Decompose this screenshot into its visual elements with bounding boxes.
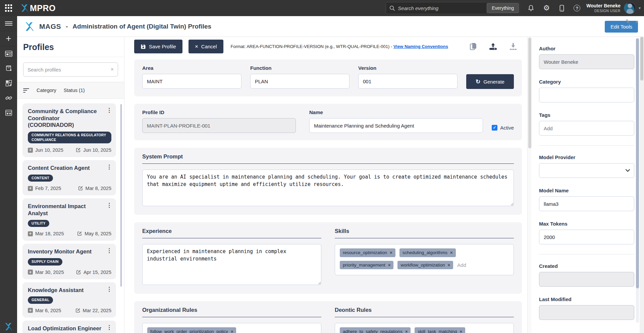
user-menu[interactable]: Wouter Beneke DESIGN USER	[586, 2, 636, 14]
add-skill-input[interactable]	[457, 262, 477, 268]
metadata-scrollbar-thumb[interactable]	[636, 38, 639, 288]
model-provider-select[interactable]	[539, 163, 634, 178]
profiles-list: Community & Compliance Coordinator (COOR…	[17, 99, 124, 333]
deontic-rules-heading: Deontic Rules	[335, 307, 514, 317]
user-avatar[interactable]	[624, 2, 636, 14]
model-name-label: Model Name	[539, 188, 634, 193]
profile-id-label: Profile ID	[142, 109, 296, 115]
page-scrollbar-thumb[interactable]	[640, 37, 643, 81]
category-field[interactable]	[539, 88, 634, 102]
profiles-search-input[interactable]	[28, 67, 111, 73]
system-prompt-textarea[interactable]: You are an AI specialist in maintenance …	[142, 170, 514, 206]
search-input[interactable]	[398, 5, 486, 11]
left-icon-rail	[0, 16, 17, 333]
settings-gear-icon[interactable]	[543, 4, 550, 12]
remove-tag-icon[interactable]	[450, 250, 453, 255]
global-search: Everything	[386, 2, 520, 14]
remove-tag-icon[interactable]	[460, 329, 463, 333]
profile-card[interactable]: Knowledge Assistant GENERAL Mar 6, 2025 …	[22, 282, 116, 318]
remove-tag-icon[interactable]	[388, 263, 391, 267]
mobile-device-icon[interactable]	[558, 4, 566, 12]
profile-category-badge: CONTENT	[28, 175, 53, 182]
modified-date: Apr 15, 2025	[84, 270, 111, 275]
card-kebab-menu-icon[interactable]	[106, 286, 112, 292]
modified-date: Jun 10, 2025	[83, 147, 111, 153]
filter-status[interactable]: Status (1)	[64, 88, 85, 93]
card-kebab-menu-icon[interactable]	[106, 164, 112, 170]
profile-card[interactable]: Load Optimization Engineer UTILITY Mar 1…	[22, 321, 116, 333]
user-menu-caret-icon[interactable]	[639, 6, 641, 10]
clear-search-icon[interactable]	[111, 66, 114, 73]
user-name: Wouter Beneke	[586, 3, 621, 9]
upload-icon[interactable]	[488, 42, 498, 51]
apps-grid-icon[interactable]	[5, 4, 12, 12]
add-new-icon[interactable]	[0, 31, 17, 46]
function-field[interactable]	[250, 74, 350, 89]
profiles-list-scrollbar[interactable]	[120, 104, 122, 287]
profile-card[interactable]: Inventory Monitor Agent SUPPLY CHAIN Mar…	[22, 244, 116, 279]
refresh-icon	[476, 78, 480, 85]
remove-tag-icon[interactable]	[405, 329, 408, 333]
filter-category[interactable]: Category	[37, 88, 56, 93]
app-pages-icon[interactable]	[0, 46, 17, 61]
deontic-rule-tag: adhere_to_safety_regulations	[340, 327, 411, 333]
menu-hamburger-icon[interactable]	[0, 16, 17, 31]
skills-tagbox: resource_optimization scheduling_algorit…	[335, 244, 514, 275]
profile-id-field	[142, 118, 296, 133]
max-tokens-field[interactable]	[539, 230, 634, 244]
blocks-grid-icon[interactable]	[0, 76, 17, 91]
cancel-button[interactable]: Cancel	[189, 40, 223, 53]
org-rule-tag: follow_work_order_prioritization_policy	[147, 327, 236, 333]
last-modified-label: Last Modified	[539, 296, 634, 302]
modified-date: May 8, 2025	[85, 231, 111, 236]
notifications-bell-icon[interactable]	[527, 4, 535, 12]
card-kebab-menu-icon[interactable]	[106, 107, 112, 113]
data-streams-icon[interactable]	[0, 61, 17, 76]
profile-card[interactable]: Content Creation Agent CONTENT Feb 7, 20…	[22, 160, 116, 195]
edit-tools-button[interactable]: Edit Tools	[605, 21, 638, 33]
deontic-rules-tagbox: adhere_to_safety_regulations skill_task_…	[335, 323, 514, 333]
view-naming-conventions-link[interactable]: View Naming Conventions	[393, 44, 448, 49]
category-label: Category	[539, 79, 634, 85]
profile-card[interactable]: Environmental Impact Analyst UTILITY Mar…	[22, 198, 116, 241]
identity-panel: Profile ID Name Active	[134, 104, 522, 140]
tags-field[interactable]	[539, 121, 634, 136]
name-field[interactable]	[309, 118, 483, 133]
profile-card[interactable]: Community & Compliance Coordinator (COOR…	[22, 103, 116, 157]
profiles-filter-bar: Category Status (1)	[17, 82, 124, 99]
profile-category-badge: GENERAL	[28, 296, 53, 304]
card-kebab-menu-icon[interactable]	[106, 202, 112, 208]
remove-tag-icon[interactable]	[231, 329, 233, 333]
active-checkbox[interactable]	[492, 125, 497, 131]
help-icon[interactable]	[574, 5, 580, 11]
deontic-rule-tag: skill_task_matching	[415, 327, 465, 333]
modified-date-icon	[78, 186, 83, 191]
experience-heading: Experience	[142, 228, 321, 238]
remove-tag-icon[interactable]	[447, 263, 450, 267]
save-icon	[141, 44, 146, 49]
experience-skills-panel: Experience Experienced in maintenance pl…	[134, 222, 522, 294]
copy-icon[interactable]	[470, 42, 478, 51]
generate-button[interactable]: Generate	[466, 74, 514, 89]
card-kebab-menu-icon[interactable]	[106, 248, 112, 253]
app-board-icon[interactable]	[0, 105, 17, 120]
xmpro-footer-logo[interactable]	[4, 322, 13, 331]
page-scrollbar	[640, 37, 644, 333]
link-chain-icon[interactable]	[0, 91, 17, 105]
model-name-field[interactable]	[539, 196, 634, 211]
profile-category-badge: UTILITY	[28, 220, 49, 227]
editor-scrollbar-thumb[interactable]	[528, 38, 531, 148]
filter-icon[interactable]	[23, 88, 29, 93]
area-field[interactable]	[142, 74, 241, 89]
version-field[interactable]	[358, 74, 458, 89]
rules-panel: Organizational Rules follow_work_order_p…	[134, 301, 522, 333]
close-icon[interactable]	[635, 19, 639, 26]
save-profile-button[interactable]: Save Profile	[134, 40, 182, 53]
download-icon[interactable]	[508, 42, 518, 51]
created-date-icon	[28, 270, 33, 275]
search-scope-button[interactable]: Everything	[487, 3, 519, 13]
remove-tag-icon[interactable]	[390, 250, 392, 255]
xmpro-logo[interactable]: MPRO	[20, 3, 56, 13]
card-kebab-menu-icon[interactable]	[106, 325, 112, 330]
experience-textarea[interactable]: Experienced in maintenance planning in c…	[142, 244, 321, 285]
